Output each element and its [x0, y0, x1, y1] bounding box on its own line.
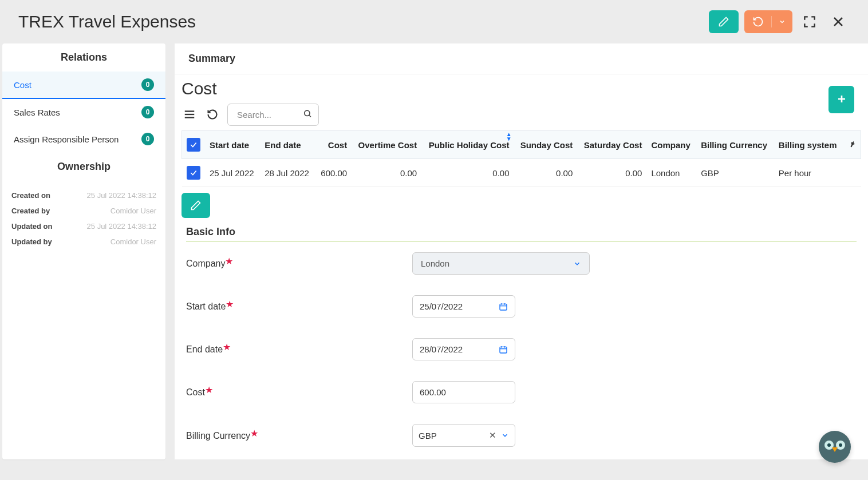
col-public-holiday[interactable]: Public Holiday Cost▲▼: [421, 131, 514, 159]
billing-currency-select[interactable]: GBP ✕: [412, 424, 515, 447]
cell-end-date: 28 Jul 2022: [260, 159, 315, 187]
section-title-cost: Cost: [175, 74, 828, 98]
company-select[interactable]: London: [412, 252, 590, 275]
chevron-down-icon: [573, 260, 581, 268]
reload-button[interactable]: [204, 103, 220, 126]
created-by-label: Created by: [11, 207, 50, 215]
tab-summary[interactable]: Summary: [175, 43, 868, 74]
updated-on-value: 25 Jul 2022 14:38:12: [87, 222, 156, 231]
cell-sunday: 0.00: [514, 159, 578, 187]
clear-icon[interactable]: ✕: [489, 430, 496, 441]
end-date-label: End date★: [186, 344, 412, 355]
company-label: Company★: [186, 258, 412, 269]
sidebar-item-cost[interactable]: Cost 0: [2, 72, 165, 99]
sidebar-item-label: Sales Rates: [14, 108, 60, 117]
svg-line-6: [309, 116, 311, 117]
calendar-icon: [499, 302, 508, 311]
col-pin[interactable]: [843, 131, 861, 159]
select-all-checkbox[interactable]: [187, 138, 200, 152]
col-cost[interactable]: Cost: [315, 131, 352, 159]
fullscreen-button[interactable]: [798, 10, 821, 33]
cell-saturday: 0.00: [577, 159, 646, 187]
maximize-icon: [802, 14, 817, 29]
menu-button[interactable]: [182, 103, 198, 126]
col-billing-system[interactable]: Billing system: [774, 131, 843, 159]
search-icon: [303, 109, 312, 120]
main-panel: Summary Cost: [175, 43, 868, 459]
col-start-date[interactable]: Start date: [205, 131, 260, 159]
table-row[interactable]: 25 Jul 2022 28 Jul 2022 600.00 0.00 0.00…: [182, 159, 861, 187]
cell-overtime: 0.00: [352, 159, 421, 187]
svg-point-5: [305, 110, 310, 116]
cost-label: Cost★: [186, 387, 412, 398]
svg-rect-9: [500, 304, 507, 310]
col-sunday[interactable]: Sunday Cost: [514, 131, 578, 159]
start-date-value: 25/07/2022: [420, 302, 463, 311]
refresh-cloud-icon: [752, 16, 764, 27]
cost-table: Start date End date Cost Overtime Cost P…: [182, 130, 861, 187]
col-end-date[interactable]: End date: [260, 131, 315, 159]
sidebar-item-label: Cost: [14, 80, 31, 90]
count-badge: 0: [141, 106, 154, 118]
pin-icon: [846, 138, 858, 151]
cell-public-holiday: 0.00: [421, 159, 514, 187]
col-saturday[interactable]: Saturday Cost: [577, 131, 646, 159]
chevron-down-icon: [501, 431, 509, 439]
svg-rect-13: [500, 347, 507, 353]
hamburger-icon: [183, 108, 196, 121]
created-on-value: 25 Jul 2022 14:38:12: [87, 191, 156, 200]
created-by-value: Comidor User: [111, 207, 156, 215]
pencil-icon: [718, 16, 729, 27]
sidebar-item-label: Assign Responsible Person: [14, 134, 119, 144]
cell-start-date: 25 Jul 2022: [205, 159, 260, 187]
col-overtime[interactable]: Overtime Cost: [352, 131, 421, 159]
cell-cost: 600.00: [315, 159, 352, 187]
plus-icon: [837, 94, 846, 104]
col-company[interactable]: Company: [646, 131, 696, 159]
close-icon: [831, 15, 845, 29]
sidebar-item-sales-rates[interactable]: Sales Rates 0: [2, 99, 165, 126]
assistant-button[interactable]: [819, 431, 851, 463]
calendar-icon: [499, 345, 508, 354]
start-date-input[interactable]: 25/07/2022: [412, 295, 515, 318]
cell-billing-currency: GBP: [696, 159, 774, 187]
col-billing-currency[interactable]: Billing Currency: [696, 131, 774, 159]
relations-header: Relations: [2, 43, 165, 72]
billing-currency-value: GBP: [419, 431, 437, 441]
end-date-input[interactable]: 28/07/2022: [412, 338, 515, 360]
end-date-value: 28/07/2022: [420, 344, 463, 354]
reload-icon: [207, 109, 218, 120]
ownership-panel: Created on25 Jul 2022 14:38:12 Created b…: [2, 181, 165, 256]
cell-billing-system: Per hour: [774, 159, 843, 187]
company-value: London: [421, 259, 449, 268]
row-checkbox[interactable]: [187, 166, 200, 180]
page-title: TREX Travel Expenses: [18, 12, 196, 31]
sync-dropdown-button[interactable]: [744, 10, 792, 33]
owl-icon: [823, 438, 846, 455]
count-badge: 0: [141, 133, 154, 145]
close-button[interactable]: [827, 10, 850, 33]
count-badge: 0: [141, 78, 154, 91]
updated-by-value: Comidor User: [111, 237, 156, 246]
cost-input[interactable]: [412, 381, 515, 403]
updated-by-label: Updated by: [11, 237, 52, 246]
billing-currency-label: Billing Currency★: [186, 430, 412, 441]
ownership-header: Ownership: [2, 153, 165, 181]
cell-company: London: [646, 159, 696, 187]
edit-button[interactable]: [709, 10, 739, 33]
sidebar-item-assign-responsible[interactable]: Assign Responsible Person 0: [2, 126, 165, 153]
add-button[interactable]: [828, 86, 854, 113]
sidebar: Relations Cost 0 Sales Rates 0 Assign Re…: [2, 43, 165, 459]
sort-indicator-icon: ▲▼: [506, 132, 512, 141]
start-date-label: Start date★: [186, 301, 412, 312]
svg-rect-8: [838, 98, 845, 100]
basic-info-header: Basic Info: [186, 226, 857, 242]
created-on-label: Created on: [11, 191, 50, 200]
edit-row-button[interactable]: [182, 193, 210, 218]
chevron-down-icon: [779, 18, 786, 25]
pencil-icon: [190, 200, 202, 211]
updated-on-label: Updated on: [11, 222, 53, 231]
